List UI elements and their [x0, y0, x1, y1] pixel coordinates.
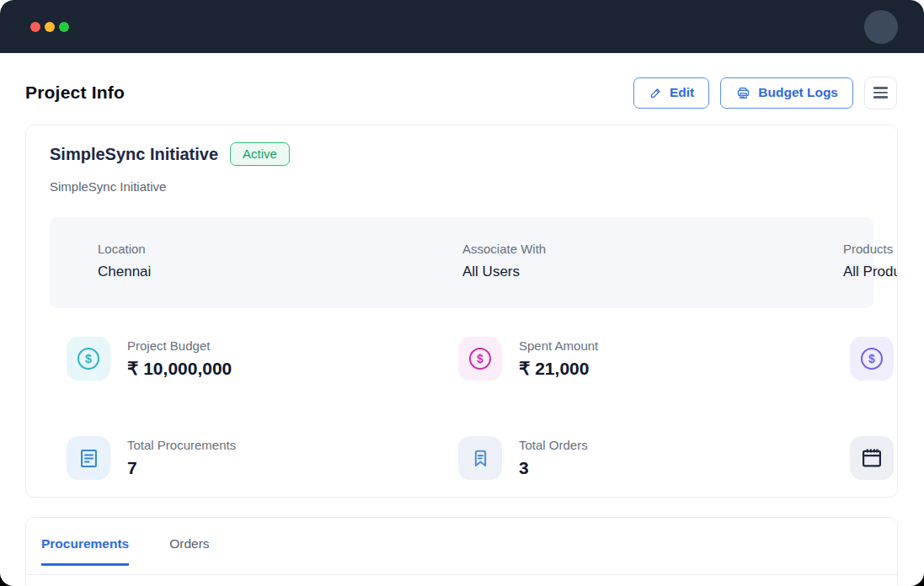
bookmark-icon: [458, 436, 502, 480]
stat-label: Total Orders: [519, 438, 588, 452]
project-info-card: SimpleSync Initiative Active SimpleSync …: [25, 125, 898, 498]
info-value: Chennai: [98, 264, 462, 280]
tab-orders[interactable]: Orders: [169, 536, 209, 566]
stat-total-orders: Total Orders 3: [458, 436, 850, 480]
project-description: SimpleSync Initiative: [50, 179, 873, 194]
info-field-associate-with: Associate With All Users: [462, 242, 843, 308]
stat-date: [850, 436, 898, 480]
budget-stats-row: $ Project Budget ₹ 10,000,000 $ Spent Am…: [26, 337, 897, 381]
info-field-products: Products All Products: [843, 242, 898, 308]
svg-text:$: $: [477, 352, 483, 365]
budget-logs-button-label: Budget Logs: [758, 85, 838, 100]
user-avatar[interactable]: [864, 10, 898, 44]
page-title: Project Info: [25, 83, 125, 103]
stat-value: 7: [127, 458, 236, 478]
info-label: Associate With: [462, 242, 843, 256]
info-value: All Products: [843, 264, 898, 280]
hamburger-menu-button[interactable]: [864, 77, 897, 109]
stat-label: Spent Amount: [519, 338, 598, 353]
document-lines-icon: [67, 436, 110, 480]
edit-button[interactable]: Edit: [633, 77, 709, 109]
pencil-icon: [649, 86, 663, 100]
info-field-location: Location Chennai: [98, 242, 462, 308]
page-header: Project Info Edit: [25, 77, 897, 109]
tab-divider: [26, 574, 897, 575]
stat-value: 3: [519, 458, 588, 478]
traffic-lights: [30, 22, 69, 32]
app-window: Project Info Edit: [0, 0, 924, 586]
maximize-window-icon[interactable]: [59, 22, 69, 32]
hamburger-menu-icon: [873, 87, 888, 89]
tab-procurements[interactable]: Procurements: [41, 536, 129, 566]
info-label: Location: [98, 242, 462, 256]
detail-tabs-card: Procurements Orders: [25, 517, 898, 586]
project-info-row: Location Chennai Associate With All User…: [50, 217, 873, 308]
count-stats-row: Total Procurements 7 Total Orders 3: [26, 436, 897, 480]
header-actions: Edit Budget Logs: [633, 77, 897, 109]
close-window-icon[interactable]: [30, 22, 40, 32]
stat-value: ₹ 21,000: [519, 359, 598, 379]
dollar-circle-icon: $: [458, 337, 502, 381]
stat-value: ₹ 10,000,000: [127, 359, 232, 379]
stat-total-procurements: Total Procurements 7: [67, 436, 458, 480]
stat-remaining-budget: $: [850, 337, 898, 381]
tab-bar: Procurements Orders: [26, 518, 897, 566]
dollar-circle-icon: $: [67, 337, 110, 381]
edit-button-label: Edit: [670, 85, 694, 100]
minimize-window-icon[interactable]: [45, 22, 55, 32]
budget-logs-button[interactable]: Budget Logs: [720, 77, 853, 109]
info-label: Products: [843, 242, 898, 256]
project-name: SimpleSync Initiative: [50, 145, 218, 164]
printer-doc-icon: [735, 85, 751, 101]
stat-label: Total Procurements: [127, 438, 236, 452]
svg-text:$: $: [85, 352, 92, 365]
info-value: All Users: [462, 264, 843, 280]
stat-project-budget: $ Project Budget ₹ 10,000,000: [67, 337, 458, 381]
window-titlebar: [0, 0, 924, 53]
stat-spent-amount: $ Spent Amount ₹ 21,000: [458, 337, 850, 381]
status-badge: Active: [230, 142, 290, 166]
stat-label: Project Budget: [127, 338, 232, 353]
project-title-row: SimpleSync Initiative Active: [50, 142, 873, 166]
dollar-circle-icon: $: [850, 337, 894, 381]
calendar-icon: [850, 436, 894, 480]
svg-text:$: $: [868, 352, 875, 365]
